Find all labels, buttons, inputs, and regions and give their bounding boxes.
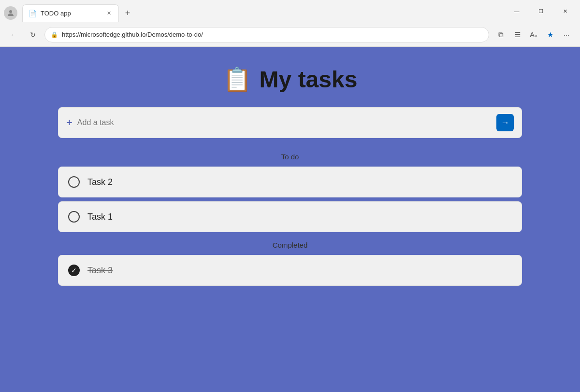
toolbar-actions: ⧉ ☰ Aᵥ ★ ···: [493, 27, 574, 42]
more-button[interactable]: ···: [559, 27, 574, 42]
svg-point-0: [9, 10, 12, 13]
active-tab[interactable]: 📄 TODO app ✕: [22, 4, 119, 22]
back-button[interactable]: ←: [6, 27, 21, 42]
collections-button[interactable]: ☰: [509, 27, 525, 42]
add-task-submit-button[interactable]: →: [496, 114, 514, 131]
title-bar: 📄 TODO app ✕ + — ☐ ✕: [0, 0, 580, 23]
minimize-button[interactable]: —: [506, 3, 528, 19]
favorites-button[interactable]: ★: [542, 27, 558, 42]
tab-bar: 📄 TODO app ✕ +: [22, 4, 506, 22]
clipboard-icon: 📋: [223, 68, 252, 91]
task-label: Task 2: [87, 177, 113, 187]
lock-icon: 🔒: [51, 31, 58, 38]
add-task-input[interactable]: [77, 118, 496, 127]
tab-title: TODO app: [41, 10, 101, 17]
close-button[interactable]: ✕: [554, 3, 576, 19]
task-checkbox-completed[interactable]: ✓: [68, 265, 80, 276]
tasks-container: + → To do Task 2 Task 1 Completed ✓ Task…: [58, 107, 522, 290]
window-controls: — ☐ ✕: [506, 3, 576, 23]
add-task-plus-icon: +: [66, 116, 72, 129]
tab-favicon: 📄: [29, 10, 37, 17]
add-task-row[interactable]: + →: [58, 107, 522, 138]
profile-icon[interactable]: [4, 6, 17, 20]
task-checkbox[interactable]: [68, 211, 80, 223]
address-bar: ← ↻ 🔒 https://microsoftedge.github.io/De…: [0, 23, 580, 46]
url-text: https://microsoftedge.github.io/Demos/de…: [62, 31, 483, 38]
list-item[interactable]: Task 1: [58, 201, 522, 232]
url-bar[interactable]: 🔒 https://microsoftedge.github.io/Demos/…: [44, 27, 489, 42]
tab-close-button[interactable]: ✕: [105, 10, 113, 17]
todo-section-label: To do: [58, 153, 522, 161]
list-item[interactable]: Task 2: [58, 167, 522, 197]
app-header: 📋 My tasks: [223, 66, 358, 93]
browser-chrome: 📄 TODO app ✕ + — ☐ ✕ ← ↻ 🔒 https://micro…: [0, 0, 580, 47]
app-content: 📋 My tasks + → To do Task 2 Task 1 Compl…: [0, 47, 580, 392]
app-title: My tasks: [260, 66, 358, 93]
maximize-button[interactable]: ☐: [530, 3, 552, 19]
task-label: Task 1: [87, 212, 113, 222]
task-label: Task 3: [87, 266, 113, 276]
task-checkbox[interactable]: [68, 176, 80, 188]
new-tab-button[interactable]: +: [121, 6, 134, 20]
split-screen-button[interactable]: ⧉: [493, 27, 508, 42]
refresh-button[interactable]: ↻: [25, 27, 41, 42]
read-aloud-button[interactable]: Aᵥ: [526, 27, 541, 42]
list-item[interactable]: ✓ Task 3: [58, 255, 522, 286]
completed-section-label: Completed: [58, 241, 522, 249]
